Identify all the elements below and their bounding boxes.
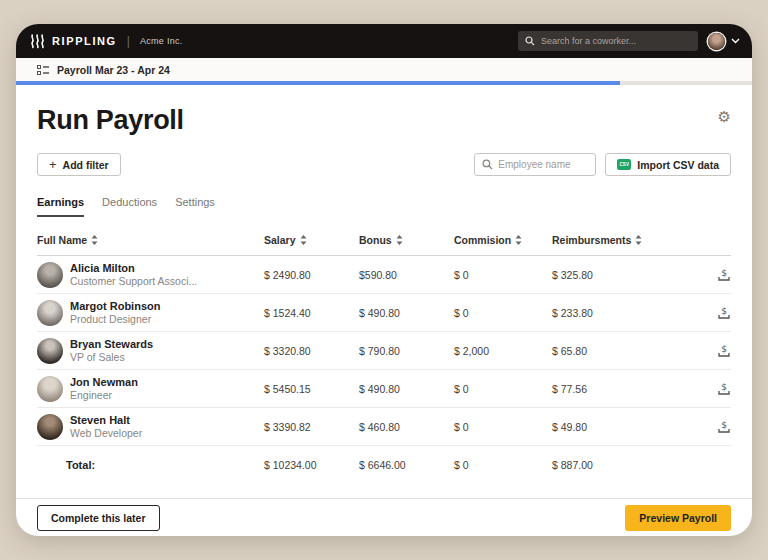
download-paystub-icon[interactable]: $ — [717, 306, 731, 320]
salary-value: $ 2490.80 — [264, 269, 359, 281]
commission-value: $ 0 — [454, 307, 552, 319]
table-row[interactable]: Alicia Milton Customer Support Associ...… — [37, 256, 731, 294]
svg-text:$: $ — [721, 344, 727, 354]
coworker-search[interactable] — [518, 31, 698, 51]
tab-earnings[interactable]: Earnings — [37, 196, 84, 217]
complete-later-button[interactable]: Complete this later — [37, 505, 160, 531]
preview-payroll-button[interactable]: Preview Payroll — [625, 505, 731, 531]
download-paystub-icon[interactable]: $ — [717, 382, 731, 396]
employee-name-input[interactable] — [498, 159, 588, 170]
sort-icon — [300, 235, 307, 245]
sort-icon — [515, 235, 522, 245]
total-label: Total: — [66, 459, 264, 471]
main-content: Run Payroll ⚙ + Add filter CSV Import CS… — [16, 85, 752, 498]
sort-icon — [635, 235, 642, 245]
employee-avatar — [37, 262, 63, 288]
commission-value: $ 0 — [454, 421, 552, 433]
total-bonus: $ 6646.00 — [359, 459, 454, 471]
breadcrumb[interactable]: Payroll Mar 23 - Apr 24 — [57, 64, 170, 76]
rippling-logo-icon — [30, 33, 45, 49]
employee-role: Web Developer — [70, 427, 142, 441]
add-filter-button[interactable]: + Add filter — [37, 153, 121, 176]
commission-value: $ 2,000 — [454, 345, 552, 357]
employee-name: Jon Newman — [70, 375, 138, 389]
download-paystub-icon[interactable]: $ — [717, 420, 731, 434]
column-header-full-name[interactable]: Full Name — [37, 234, 264, 246]
tab-bar: Earnings Deductions Settings — [37, 196, 731, 217]
csv-file-icon: CSV — [617, 159, 631, 170]
employee-name: Margot Robinson — [70, 299, 160, 313]
employee-avatar — [37, 376, 63, 402]
bonus-value: $ 490.80 — [359, 383, 454, 395]
employee-name: Steven Halt — [70, 413, 142, 427]
gear-icon[interactable]: ⚙ — [718, 109, 731, 124]
employee-name-search[interactable] — [474, 153, 596, 176]
table-row[interactable]: Margot Robinson Product Designer $ 1524.… — [37, 294, 731, 332]
payroll-list-icon — [37, 64, 49, 76]
add-filter-label: Add filter — [63, 159, 109, 171]
table-header: Full Name Salary Bonus Commision Reimbur… — [37, 234, 731, 256]
app-window: RIPPLING | Acme Inc. Payroll Ma — [16, 24, 752, 536]
employee-role: Product Designer — [70, 313, 160, 327]
column-header-bonus[interactable]: Bonus — [359, 234, 454, 246]
logo-divider: | — [127, 34, 130, 48]
search-icon — [482, 159, 493, 170]
brand-name: RIPPLING — [52, 35, 117, 47]
reimbursement-value: $ 65.80 — [552, 345, 701, 357]
company-name: Acme Inc. — [140, 36, 183, 46]
user-avatar[interactable] — [708, 33, 725, 50]
reimbursement-value: $ 325.80 — [552, 269, 701, 281]
total-commission: $ 0 — [454, 459, 552, 471]
table-body: Alicia Milton Customer Support Associ...… — [37, 256, 731, 446]
import-csv-button[interactable]: CSV Import CSV data — [605, 153, 731, 176]
employee-role: Customer Support Associ... — [70, 275, 197, 289]
download-paystub-icon[interactable]: $ — [717, 344, 731, 358]
employee-name: Alicia Milton — [70, 261, 197, 275]
sort-icon — [91, 235, 98, 245]
column-header-commission[interactable]: Commision — [454, 234, 552, 246]
commission-value: $ 0 — [454, 383, 552, 395]
employee-role: Engineer — [70, 389, 138, 403]
employee-role: VP of Sales — [70, 351, 153, 365]
table-row[interactable]: Jon Newman Engineer $ 5450.15 $ 490.80 $… — [37, 370, 731, 408]
sort-icon — [396, 235, 403, 245]
salary-value: $ 1524.40 — [264, 307, 359, 319]
bonus-value: $ 490.80 — [359, 307, 454, 319]
table-total-row: Total: $ 10234.00 $ 6646.00 $ 0 $ 887.00 — [37, 446, 731, 484]
search-icon — [525, 36, 535, 46]
svg-text:$: $ — [721, 306, 727, 316]
total-salary: $ 10234.00 — [264, 459, 359, 471]
top-navigation-bar: RIPPLING | Acme Inc. — [16, 24, 752, 58]
coworker-search-input[interactable] — [541, 36, 691, 46]
download-paystub-icon[interactable]: $ — [717, 268, 731, 282]
salary-value: $ 3390.82 — [264, 421, 359, 433]
tab-deductions[interactable]: Deductions — [102, 196, 157, 217]
employee-avatar — [37, 338, 63, 364]
plus-icon: + — [49, 158, 57, 171]
toolbar: + Add filter CSV Import CSV data — [37, 153, 731, 176]
breadcrumb-bar: Payroll Mar 23 - Apr 24 — [16, 58, 752, 85]
column-header-reimbursements[interactable]: Reimbursments — [552, 234, 701, 246]
reimbursement-value: $ 49.80 — [552, 421, 701, 433]
svg-text:$: $ — [721, 420, 727, 430]
reimbursement-value: $ 233.80 — [552, 307, 701, 319]
commission-value: $ 0 — [454, 269, 552, 281]
table-row[interactable]: Steven Halt Web Developer $ 3390.82 $ 46… — [37, 408, 731, 446]
bonus-value: $ 460.80 — [359, 421, 454, 433]
total-reimbursement: $ 887.00 — [552, 459, 701, 471]
table-row[interactable]: Bryan Stewards VP of Sales $ 3320.80 $ 7… — [37, 332, 731, 370]
svg-text:$: $ — [721, 268, 727, 278]
svg-text:$: $ — [721, 382, 727, 392]
footer-bar: Complete this later Preview Payroll — [16, 498, 752, 536]
salary-value: $ 3320.80 — [264, 345, 359, 357]
reimbursement-value: $ 77.56 — [552, 383, 701, 395]
chevron-down-icon[interactable] — [731, 38, 740, 44]
employee-avatar — [37, 414, 63, 440]
bonus-value: $590.80 — [359, 269, 454, 281]
tab-settings[interactable]: Settings — [175, 196, 215, 217]
column-header-salary[interactable]: Salary — [264, 234, 359, 246]
bonus-value: $ 790.80 — [359, 345, 454, 357]
import-csv-label: Import CSV data — [637, 159, 719, 171]
employee-avatar — [37, 300, 63, 326]
salary-value: $ 5450.15 — [264, 383, 359, 395]
